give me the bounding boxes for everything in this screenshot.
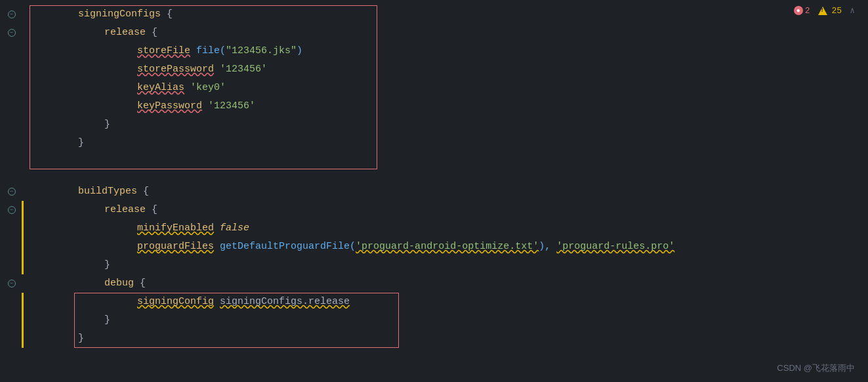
fold-icon-11[interactable]: −	[8, 206, 16, 214]
watermark-text: CSDN @飞花落雨中	[777, 363, 855, 373]
error-indicator: ● 2	[794, 6, 810, 16]
warning-indicator: 25	[818, 6, 842, 16]
fold-icon-10[interactable]: −	[8, 188, 16, 196]
fold-icon-15[interactable]: −	[8, 280, 16, 287]
warning-count: 25	[832, 6, 842, 16]
fold-icon-2[interactable]: −	[8, 29, 16, 37]
top-indicators: ● 2 25 ∧	[794, 5, 855, 16]
fold-icon-1[interactable]: −	[8, 11, 16, 18]
close-brace-2: }	[78, 137, 84, 148]
gutter-15[interactable]: −	[0, 280, 23, 287]
chevron-up-icon[interactable]: ∧	[850, 5, 855, 16]
error-circle: ●	[794, 6, 803, 15]
line-8: }	[0, 134, 868, 152]
line-18: }	[0, 329, 868, 348]
watermark: CSDN @飞花落雨中	[777, 362, 855, 374]
gutter-2[interactable]: −	[0, 29, 23, 37]
gutter-1[interactable]: −	[0, 11, 23, 18]
gutter-10[interactable]: −	[0, 188, 23, 196]
error-count: 2	[805, 6, 810, 16]
close-brace-build-types: }	[78, 333, 84, 344]
scrollbar[interactable]	[860, 0, 868, 382]
editor-area: ● 2 25 ∧ − signingConfigs { − release {	[0, 0, 868, 382]
gutter-11[interactable]: −	[0, 206, 23, 214]
warning-triangle	[818, 7, 827, 15]
code-line-18: }	[23, 311, 868, 366]
